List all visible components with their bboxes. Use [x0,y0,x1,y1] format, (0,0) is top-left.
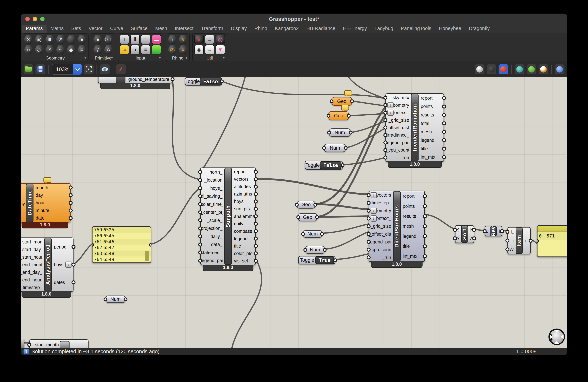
input-row[interactable]: ↓ _cpu_count_ [386,146,411,154]
diamond-icon[interactable]: ◆ [66,45,76,55]
preview-toggle-button[interactable] [100,64,110,74]
input-row[interactable]: ↓ _cpu_count_ [369,246,393,254]
menu-tab-maths[interactable]: Maths [46,25,67,33]
output-row[interactable]: altitudes [232,183,255,190]
output-row[interactable]: int_mtx [419,153,443,161]
output-row[interactable]: K [468,226,474,234]
input-row[interactable]: ↓ solar_time_ [201,200,224,208]
component-center-bar[interactable]: Item [516,227,523,254]
input-row[interactable]: ↓ hoys_ [201,184,224,192]
open-file-button[interactable] [23,64,33,74]
input-row[interactable]: ↓ _sky_mtx [386,94,411,101]
component-reverse[interactable]: L Rev L [485,226,502,236]
zoom-level-display[interactable]: 103% [52,64,73,75]
input-row[interactable]: ↓ context_ [369,214,393,222]
output-row[interactable]: ground_temperature [99,77,172,83]
output-row[interactable]: i [523,228,530,254]
component-sort[interactable]: KA Sort KA [455,225,474,243]
orange-sphere-display-button[interactable] [539,64,548,74]
component-center-bar[interactable]: Rev [490,226,497,236]
input-row[interactable]: L [508,228,516,236]
output-row[interactable]: day [34,191,70,199]
input-row[interactable]: _end_month_ [21,261,44,268]
output-row[interactable]: report [419,94,443,102]
green-cylinder-display-button[interactable] [527,64,536,74]
output-row[interactable]: total [419,119,443,128]
spiral-orange-icon[interactable]: ◎ [168,45,177,55]
down-arrow-icon[interactable]: ↓ [387,110,394,116]
down-arrow-icon[interactable]: ↓ [387,102,394,108]
menu-tab-ladybug[interactable]: Ladybug [371,25,397,33]
output-row[interactable]: report [401,191,424,201]
output-row[interactable]: title [419,145,443,153]
component-datetime[interactable]: by DateTime month day hour minute date 1… [21,183,71,223]
dark-cylinder-display-button[interactable] [487,64,496,74]
output-row[interactable]: hoys [232,198,255,205]
menu-tab-vector[interactable]: Vector [85,25,106,33]
output-row[interactable]: date [34,214,70,222]
curve-icon[interactable]: ~ [56,45,65,55]
toggle-icon[interactable]: ‖ [130,35,140,44]
input-row[interactable]: ↓ _location [201,176,224,184]
toggle-value[interactable]: False [320,161,341,169]
geometry-param-capsule[interactable]: Geo [298,213,317,221]
output-row[interactable]: mesh [401,221,424,231]
input-row[interactable]: W [508,245,516,254]
zoom-extents-button[interactable] [84,64,94,74]
menu-tab-intersect[interactable]: Intersect [171,25,197,33]
menu-tab-panelingtools[interactable]: PanelingTools [397,25,435,33]
output-row[interactable]: azimuths [232,190,255,198]
output-row[interactable]: vis_set [232,257,255,265]
component-center-bar[interactable]: Sunpath [224,168,232,265]
knob-icon[interactable]: ◑ [130,45,140,55]
toggle-value[interactable]: True [315,256,334,264]
output-row[interactable]: legend [419,136,443,145]
component-list-item[interactable]: LiW Item i [507,227,531,254]
output-row[interactable]: period ↓ [52,238,73,256]
input-row[interactable]: ↓ legend_par_ [369,238,393,246]
output-row[interactable]: analemma [232,212,255,220]
input-row[interactable]: _start_month_ [21,238,44,246]
menu-tab-transform[interactable]: Transform [197,25,227,33]
slider-handle[interactable] [21,339,24,348]
output-row[interactable]: legend [401,231,424,241]
mesh-box-icon[interactable]: * [45,45,55,55]
tree-icon[interactable]: ♣ [194,45,204,55]
input-row[interactable]: K [456,226,461,234]
surface-icon[interactable]: ≡ [77,45,86,55]
data-panel[interactable]: 759 6525 760 6545 761 6546 762 6547 763 … [92,226,151,263]
hatch-icon[interactable]: ≡ [178,45,188,55]
output-row[interactable]: legend [232,235,255,242]
input-row[interactable]: _start_day_ [21,246,44,253]
teal-gumdrop-display-button[interactable] [515,64,525,74]
save-file-button[interactable] [36,64,45,74]
cherry-icon[interactable]: ● [194,35,204,44]
jump-arrow-icon[interactable]: → [205,45,214,55]
input-row[interactable]: i [508,236,516,245]
geometry-param-capsule[interactable]: Geo [328,111,349,120]
component-start-month-partial[interactable]: _start_month_ [29,339,88,348]
input-row[interactable]: ↓ _geometry [386,101,411,109]
input-row[interactable]: _end_day_ [21,268,44,276]
chevron-down-icon[interactable]: ▾ [223,56,225,60]
geometry-param-capsule[interactable]: Geo [297,201,315,209]
menu-tab-honeybee[interactable]: Honeybee [435,25,465,33]
input-row[interactable]: ↓ legend_par_ [201,257,224,265]
input-row[interactable]: ↓ statement_ [201,248,224,257]
output-row[interactable]: points [419,102,443,111]
hex-x-icon[interactable]: × [24,35,33,44]
input-row[interactable]: ↓ _offset_dist_ [369,230,393,238]
input-row[interactable]: ↓ daily_ [201,232,224,241]
output-row[interactable]: sun_pts [232,205,255,212]
menu-tab-mesh[interactable]: Mesh [151,25,171,33]
input-row[interactable]: ↓ legend_par_ [386,139,411,146]
input-row[interactable]: ↓ irradiance_ [386,131,411,139]
output-row[interactable]: results [419,111,443,119]
output-row[interactable]: report [232,168,255,175]
component-center-bar[interactable]: DirectSunHours [393,191,401,262]
output-row[interactable]: results [401,211,424,221]
input-row[interactable]: _start_hour_ [21,253,44,261]
input-row[interactable]: ↓ _center_pt_ [201,208,224,216]
note-balloon[interactable] [43,177,51,183]
output-row[interactable]: title [232,242,255,250]
